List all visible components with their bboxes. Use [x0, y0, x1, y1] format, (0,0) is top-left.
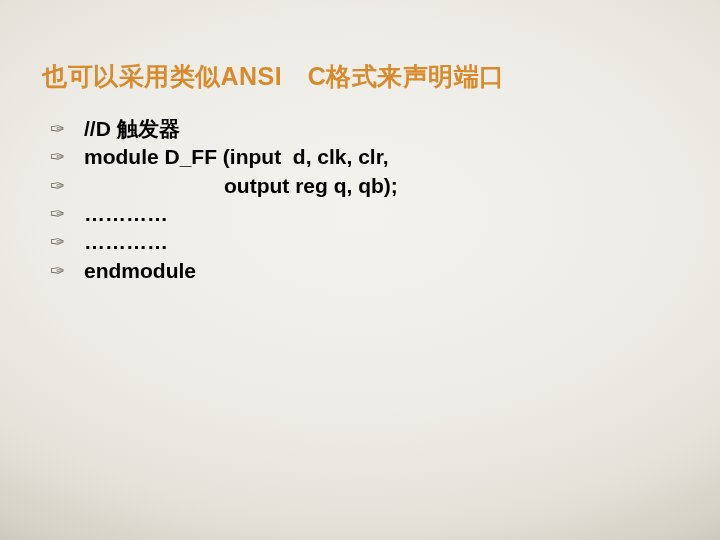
code-line: module D_FF (input d, clk, clr, — [84, 143, 678, 171]
list-item: ✑ //D 触发器 — [48, 115, 678, 143]
list-item: ✑ endmodule — [48, 257, 678, 285]
code-line: endmodule — [84, 257, 678, 285]
list-item: ✑ output reg q, qb); — [48, 172, 678, 200]
bullet-icon: ✑ — [48, 259, 84, 283]
bullet-icon: ✑ — [48, 145, 84, 169]
bullet-icon: ✑ — [48, 202, 84, 226]
bullet-icon: ✑ — [48, 117, 84, 141]
list-item: ✑ ………… — [48, 228, 678, 256]
list-item: ✑ ………… — [48, 200, 678, 228]
slide: 也可以采用类似ANSI C格式来声明端口 ✑ //D 触发器 ✑ module … — [0, 0, 720, 540]
bullet-icon: ✑ — [48, 174, 84, 198]
list-item: ✑ module D_FF (input d, clk, clr, — [48, 143, 678, 171]
bullet-icon: ✑ — [48, 230, 84, 254]
code-line: ………… — [84, 228, 678, 256]
code-line: //D 触发器 — [84, 115, 678, 143]
slide-title: 也可以采用类似ANSI C格式来声明端口 — [42, 60, 678, 93]
code-line: output reg q, qb); — [84, 172, 678, 200]
code-line: ………… — [84, 200, 678, 228]
slide-body: ✑ //D 触发器 ✑ module D_FF (input d, clk, c… — [48, 115, 678, 285]
